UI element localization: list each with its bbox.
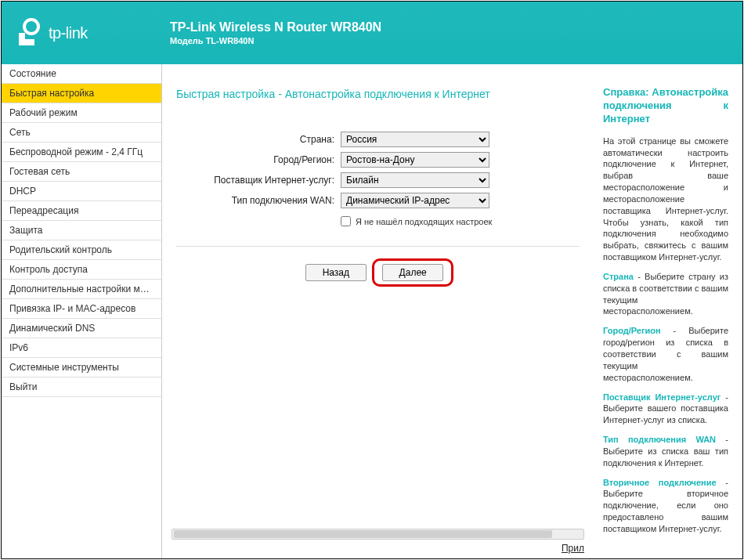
sidebar-item-system[interactable]: Системные инструменты [2,358,161,378]
brand-text: tp-link [49,24,88,42]
highlight-ring: Далее [372,258,453,287]
not-found-checkbox[interactable] [341,216,351,226]
country-label: Страна: [176,134,341,145]
sidebar-item-quick-setup[interactable]: Быстрая настройка [2,84,161,103]
country-select[interactable]: Россия [341,132,489,147]
isp-label: Поставщик Интернет-услуг: [176,175,341,186]
sidebar-item-ipmac[interactable]: Привязка IP- и MAC-адресов [2,299,161,319]
sidebar-item-forwarding[interactable]: Переадресация [2,201,161,221]
product-title: TP-Link Wireless N Router WR840N [170,20,381,34]
sidebar-item-parental[interactable]: Родительский контроль [2,240,161,260]
horizontal-scrollbar[interactable] [172,529,584,540]
region-select[interactable]: Ростов-на-Дону [341,152,489,168]
help-country: Страна - Выберите страну из списка в соо… [603,271,728,317]
divider [176,246,580,247]
scrollbar-thumb[interactable] [174,530,552,538]
sidebar-item-operation-mode[interactable]: Рабочий режим [2,103,161,123]
svg-rect-2 [19,39,34,45]
help-intro: На этой странице вы сможете автоматическ… [603,135,728,263]
sidebar: Состояние Быстрая настройка Рабочий режи… [2,64,162,558]
help-isp: Поставщик Интернет-услуг - Выберите ваше… [603,392,728,427]
sidebar-item-status[interactable]: Состояние [2,64,161,84]
sidebar-item-ipv6[interactable]: IPv6 [2,338,161,358]
sidebar-item-logout[interactable]: Выйти [2,378,161,397]
sidebar-item-network[interactable]: Сеть [2,123,161,143]
help-panel: Справка: Автонастройка подключения к Инт… [594,64,742,558]
tplink-logo-icon [17,17,42,49]
footer-link[interactable]: Прил [172,543,584,554]
button-row: Назад Далее [176,258,580,287]
sidebar-item-access[interactable]: Контроль доступа [2,260,161,280]
sidebar-item-dhcp[interactable]: DHCP [2,182,161,201]
brand-logo: tp-link [17,17,162,49]
help-wan: Тип подключения WAN - Выберите из списка… [603,434,728,469]
header-title-block: TP-Link Wireless N Router WR840N Модель … [162,20,381,45]
svg-point-0 [24,20,38,34]
page-title: Быстрая настройка - Автонастройка подклю… [176,88,580,100]
next-button[interactable]: Далее [382,264,443,281]
sidebar-item-ddns[interactable]: Динамический DNS [2,319,161,338]
help-secondary: Вторичное подключение - Выберите вторичн… [603,477,728,535]
isp-select[interactable]: Билайн [341,172,489,188]
region-label: Город/Регион: [176,154,341,165]
product-model: Модель TL-WR840N [170,36,381,45]
sidebar-item-guest[interactable]: Гостевая сеть [2,162,161,182]
wan-label: Тип подключения WAN: [176,195,341,206]
header: tp-link TP-Link Wireless N Router WR840N… [2,2,742,64]
help-title: Справка: Автонастройка подключения к Инт… [603,86,728,126]
main-content: Быстрая настройка - Автонастройка подклю… [162,64,594,558]
sidebar-item-security[interactable]: Защита [2,221,161,240]
sidebar-item-wireless[interactable]: Беспроводной режим - 2,4 ГГц [2,143,161,162]
not-found-label: Я не нашёл подходящих настроек [356,217,492,226]
help-region: Город/Регион - Выберите город/регион из … [603,325,728,383]
sidebar-item-routing[interactable]: Дополнительные настройки маршрутизации [2,280,161,299]
wan-select[interactable]: Динамический IP-адрес [341,193,489,208]
autoconfig-form: Страна: Россия Город/Регион: Ростов-на-Д… [176,132,580,226]
back-button[interactable]: Назад [305,264,367,281]
